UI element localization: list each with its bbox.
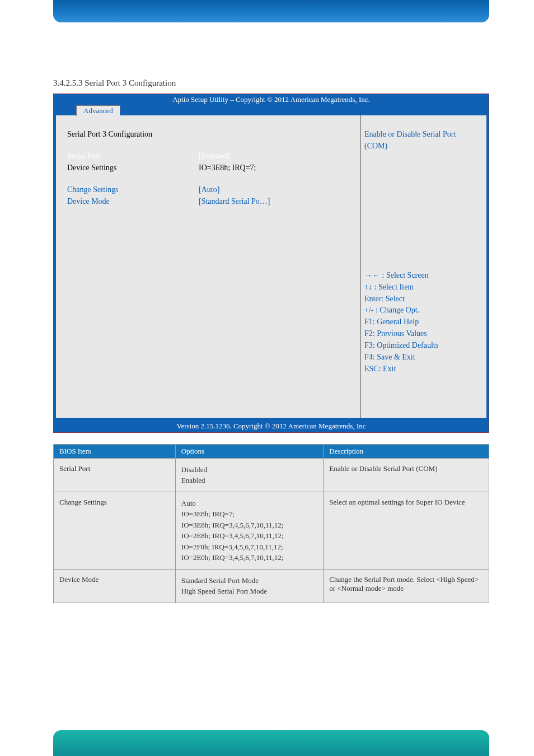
cell-options: DisabledEnabled xyxy=(175,458,324,492)
nav-esc: ESC: Exit xyxy=(364,364,482,375)
serial-port-label[interactable]: Serial Port xyxy=(67,151,199,162)
table-row: Change SettingsAutoIO=3E8h; IRQ=7;IO=3E8… xyxy=(54,492,489,569)
device-settings-label: Device Settings xyxy=(67,163,199,174)
device-settings-value: IO=3E8h; IRQ=7; xyxy=(199,163,355,174)
page-number-top: 54 xyxy=(28,4,37,15)
table-row: Serial PortDisabledEnabledEnable or Disa… xyxy=(54,458,489,492)
device-mode-label[interactable]: Device Mode xyxy=(67,197,199,207)
nav-select-screen: →← : Select Screen xyxy=(364,270,482,281)
table-row: Device ModeStandard Serial Port ModeHigh… xyxy=(54,569,489,603)
nav-change-opt: +/- : Change Opt. xyxy=(364,305,482,316)
nav-f1: F1: General Help xyxy=(364,317,482,328)
section-title: 3.4.2.5.3 Serial Port 3 Configuration xyxy=(53,78,489,88)
cell-description: Change the Serial Port mode. Select <Hig… xyxy=(324,569,489,603)
help-text-1: Enable or Disable Serial Port xyxy=(364,129,482,140)
nav-f3: F3: Optimized Defaults xyxy=(364,340,482,351)
nav-f4: F4: Save & Exit xyxy=(364,352,482,363)
change-settings-value: [Auto] xyxy=(199,185,355,195)
cell-item: Serial Port xyxy=(54,458,176,492)
nav-f2: F2: Previous Values xyxy=(364,329,482,339)
bios-window: Aptio Setup Utility – Copyright © 2012 A… xyxy=(53,94,489,433)
serial-port-value: [Enabled] xyxy=(199,151,355,162)
cell-description: Select an optimal settings for Super IO … xyxy=(324,492,489,569)
change-settings-label[interactable]: Change Settings xyxy=(67,185,199,195)
config-table: BIOS Item Options Description Serial Por… xyxy=(53,444,489,603)
tab-advanced[interactable]: Advanced xyxy=(76,105,120,116)
cell-options: Standard Serial Port ModeHigh Speed Seri… xyxy=(175,569,324,603)
help-text-2: (COM) xyxy=(364,141,482,152)
cell-item: Device Mode xyxy=(54,569,176,603)
th-options: Options xyxy=(175,444,324,458)
cell-description: Enable or Disable Serial Port (COM) xyxy=(324,458,489,492)
config-title: Serial Port 3 Configuration xyxy=(67,129,199,140)
th-bios-item: BIOS Item xyxy=(54,444,176,458)
bios-header: Aptio Setup Utility – Copyright © 2012 A… xyxy=(54,94,489,105)
nav-enter: Enter: Select xyxy=(364,294,482,305)
nav-select-item: ↑↓ : Select Item xyxy=(364,282,482,293)
th-description: Description xyxy=(324,444,489,458)
cell-options: AutoIO=3E8h; IRQ=7;IO=3E8h; IRQ=3,4,5,6,… xyxy=(175,492,324,569)
device-mode-value: [Standard Serial Po…] xyxy=(199,197,355,207)
bios-footer: Version 2.15.1236. Copyright © 2012 Amer… xyxy=(54,420,489,432)
cell-item: Change Settings xyxy=(54,492,176,569)
page-number-bottom: 54 xyxy=(497,741,506,752)
